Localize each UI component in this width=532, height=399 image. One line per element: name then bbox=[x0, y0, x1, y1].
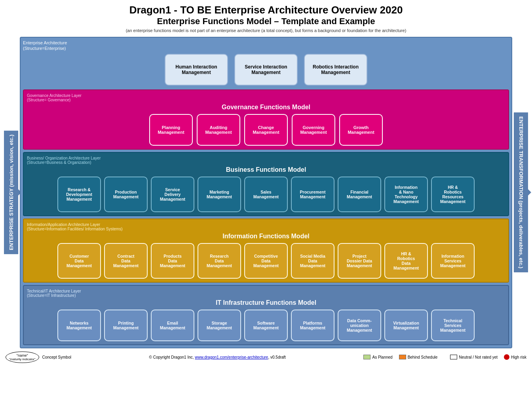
governance-cards: PlanningManagement AuditingManagement Ch… bbox=[27, 114, 505, 146]
footer-left: "name" "maturity indicator" Concept Symb… bbox=[6, 352, 71, 363]
it-card-4: SoftwareManagement bbox=[244, 310, 288, 341]
legend-as-planned: As Planned bbox=[363, 355, 392, 359]
it-layer: Technical/IT Architecture Layer(Structur… bbox=[23, 285, 509, 345]
gov-card-4: GrowthManagement bbox=[339, 114, 383, 146]
legend-box-as-planned bbox=[363, 355, 370, 359]
it-title: IT Infrastructure Functions Model bbox=[27, 299, 505, 306]
biz-card-2: ServiceDeliveryManagement bbox=[151, 177, 194, 212]
governance-title: Governance Functions Model bbox=[27, 104, 505, 111]
main-layout: ENTERPRISE STRATEGY (mission, vision, et… bbox=[4, 37, 528, 348]
business-title: Business Functions Model bbox=[27, 166, 505, 173]
biz-card-4: SalesManagement bbox=[244, 177, 288, 212]
legend-box-behind-schedule bbox=[399, 355, 406, 359]
information-layer-label: Information/Application Architecture Lay… bbox=[27, 222, 505, 231]
right-side-wrapper: ENTERPRISE TRANSFORMATION (projects, del… bbox=[514, 37, 528, 348]
subtitle: (an enterprise functions model is not pa… bbox=[4, 28, 528, 33]
legend-box-neutral bbox=[450, 355, 457, 359]
interaction-card-0: Human InteractionManagement bbox=[165, 54, 228, 86]
legend-dot-high-risk bbox=[504, 354, 509, 360]
interaction-row: Human InteractionManagement Service Inte… bbox=[23, 54, 509, 86]
it-card-8: TechnicalServicesManagement bbox=[431, 310, 475, 341]
enterprise-strategy-label: ENTERPRISE STRATEGY (mission, vision, et… bbox=[4, 131, 18, 254]
biz-card-6: FinancialManagement bbox=[338, 177, 381, 212]
biz-card-0: Research &DevelopmentManagement bbox=[57, 177, 101, 212]
legend-behind-schedule: Behind Schedule bbox=[399, 355, 438, 359]
it-card-7: VirtualizationManagement bbox=[384, 310, 428, 341]
concept-text: Concept Symbol bbox=[42, 355, 71, 359]
gov-card-0: PlanningManagement bbox=[149, 114, 193, 146]
information-cards: CustomerDataManagement ContractDataManag… bbox=[27, 243, 505, 279]
biz-card-5: ProcurementManagement bbox=[291, 177, 334, 212]
footer-link[interactable]: www.dragon1.com/enterprise-architecture bbox=[195, 355, 268, 359]
biz-card-3: MarketingManagement bbox=[198, 177, 241, 212]
legend-neutral: Neutral / Not rated yet bbox=[450, 355, 498, 359]
enterprise-transformation-label: ENTERPRISE TRANSFORMATION (projects, del… bbox=[514, 112, 528, 272]
biz-card-1: ProductionManagement bbox=[104, 177, 148, 212]
business-cards: Research &DevelopmentManagement Producti… bbox=[27, 177, 505, 212]
it-card-6: Data Comm-unicationManagement bbox=[338, 310, 381, 341]
governance-layer: Governance Architecture Layer(Structure=… bbox=[23, 89, 509, 150]
it-card-3: StorageManagement bbox=[198, 310, 241, 341]
it-layer-label: Technical/IT Architecture Layer(Structur… bbox=[27, 289, 505, 298]
concept-symbol: "name" "maturity indicator" bbox=[6, 352, 39, 363]
biz-card-8: HR &RoboticsResourcesManagement bbox=[431, 177, 475, 212]
gov-card-2: ChangeManagement bbox=[244, 114, 288, 146]
info-card-1: ContractDataManagement bbox=[104, 243, 148, 279]
page: Dragon1 - TO BE Enterprise Architecture … bbox=[0, 0, 532, 399]
left-side-wrapper: ENTERPRISE STRATEGY (mission, vision, et… bbox=[4, 37, 18, 348]
it-card-1: PrintingManagement bbox=[104, 310, 148, 341]
info-card-8: InformationServicesManagement bbox=[431, 243, 475, 279]
biz-card-7: Information& NanoTechnologyManagement bbox=[384, 177, 428, 212]
it-card-0: NetworksManagement bbox=[57, 310, 101, 341]
footer: "name" "maturity indicator" Concept Symb… bbox=[4, 352, 528, 363]
governance-layer-label: Governance Architecture Layer(Structure=… bbox=[27, 93, 505, 102]
information-layer: Information/Application Architecture Lay… bbox=[23, 218, 509, 283]
gov-card-1: AuditingManagement bbox=[197, 114, 240, 146]
enterprise-label: Enterprise Architecture(Structure=Enterp… bbox=[23, 40, 509, 51]
legend-high-risk: High risk bbox=[504, 354, 526, 360]
info-card-5: Social MediaDataManagement bbox=[291, 243, 334, 279]
it-cards: NetworksManagement PrintingManagement Em… bbox=[27, 310, 505, 341]
title1: Dragon1 - TO BE Enterprise Architecture … bbox=[4, 4, 528, 16]
business-layer-label: Business/ Organization Architecture Laye… bbox=[27, 156, 505, 165]
header: Dragon1 - TO BE Enterprise Architecture … bbox=[4, 4, 528, 33]
info-card-4: CompetitiveDataManagement bbox=[244, 243, 288, 279]
info-card-6: ProjectDossier DataManagement bbox=[338, 243, 381, 279]
business-layer: Business/ Organization Architecture Laye… bbox=[23, 152, 509, 216]
right-arrow-icon bbox=[524, 185, 531, 200]
interaction-card-2: Robotics InteractionManagement bbox=[304, 54, 367, 86]
it-card-2: EmailManagement bbox=[151, 310, 194, 341]
information-title: Information Functions Model bbox=[27, 233, 505, 240]
footer-copyright: © Copyright Dragon1 Inc, www.dragon1.com… bbox=[149, 355, 286, 359]
it-card-5: PlatformsManagement bbox=[291, 310, 334, 341]
enterprise-box: Enterprise Architecture(Structure=Enterp… bbox=[20, 37, 512, 348]
title2: Enterprise Functions Model – Template an… bbox=[4, 16, 528, 27]
info-card-7: HR &RoboticsDataManagement bbox=[384, 243, 428, 279]
info-card-2: ProductsDataManagement bbox=[151, 243, 194, 279]
footer-legend: As Planned Behind Schedule Neutral / Not… bbox=[363, 354, 526, 360]
interaction-card-1: Service InteractionManagement bbox=[234, 54, 298, 86]
gov-card-3: GoverningManagement bbox=[292, 114, 335, 146]
info-card-0: CustomerDataManagement bbox=[57, 243, 101, 279]
center-content: Enterprise Architecture(Structure=Enterp… bbox=[20, 37, 512, 348]
info-card-3: ResearchDataManagement bbox=[198, 243, 241, 279]
